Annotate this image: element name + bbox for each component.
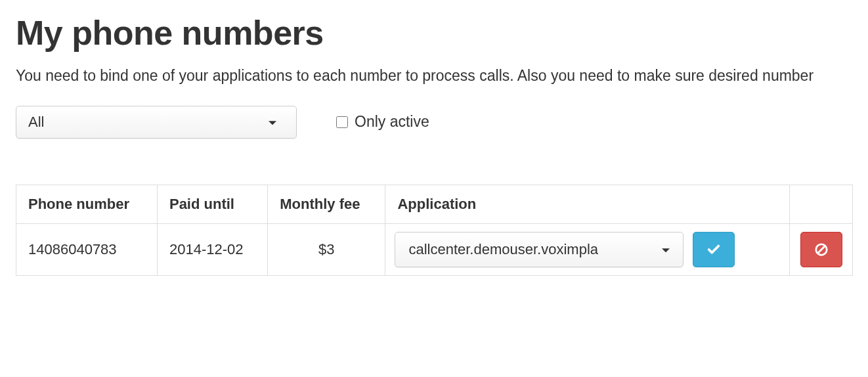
col-header-paid-until: Paid until — [157, 185, 267, 223]
cell-actions — [790, 223, 853, 275]
caret-down-icon — [662, 248, 670, 252]
col-header-actions — [790, 185, 853, 223]
ban-icon — [814, 242, 829, 257]
page-description: You need to bind one of your application… — [16, 64, 852, 87]
application-dropdown-value: callcenter.demouser.voximpla — [408, 241, 598, 258]
page-title: My phone numbers — [16, 13, 852, 53]
cell-monthly-fee: $3 — [268, 223, 385, 275]
only-active-label: Only active — [355, 113, 429, 131]
filters-bar: All Only active — [16, 106, 852, 139]
caret-down-icon — [269, 121, 276, 125]
col-header-application: Application — [385, 185, 790, 223]
filter-dropdown-value: All — [28, 114, 44, 131]
filter-dropdown[interactable]: All — [16, 106, 297, 139]
only-active-filter[interactable]: Only active — [336, 113, 429, 131]
delete-button[interactable] — [800, 232, 842, 267]
svg-line-1 — [817, 246, 825, 253]
only-active-checkbox[interactable] — [336, 116, 348, 128]
phone-numbers-table: Phone number Paid until Monthly fee Appl… — [16, 185, 853, 276]
col-header-phone-number: Phone number — [16, 185, 158, 223]
col-header-monthly-fee: Monthly fee — [268, 185, 385, 223]
confirm-button[interactable] — [693, 232, 735, 267]
cell-phone-number: 14086040783 — [16, 223, 158, 275]
check-icon — [706, 242, 721, 257]
cell-paid-until: 2014-12-02 — [157, 223, 267, 275]
cell-application: callcenter.demouser.voximpla — [385, 223, 790, 275]
application-dropdown[interactable]: callcenter.demouser.voximpla — [395, 232, 684, 267]
table-header-row: Phone number Paid until Monthly fee Appl… — [16, 185, 853, 223]
table-row: 14086040783 2014-12-02 $3 callcenter.dem… — [16, 223, 853, 275]
